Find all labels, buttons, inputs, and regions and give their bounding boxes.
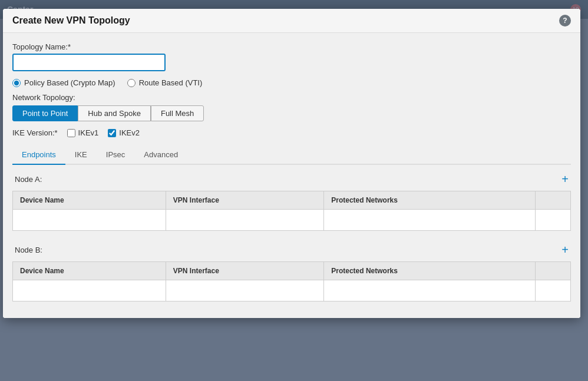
node-b-empty-vpn <box>166 280 323 302</box>
node-a-label: Node A: <box>15 175 42 184</box>
tab-endpoints[interactable]: Endpoints <box>12 145 65 165</box>
node-a-empty-row <box>13 210 571 231</box>
node-a-section: Node A: + Device Name VPN Interface Prot… <box>12 167 571 231</box>
full-mesh-button[interactable]: Full Mesh <box>151 105 204 121</box>
modal-title: Create New VPN Topology <box>12 15 130 26</box>
node-b-label: Node B: <box>15 246 42 254</box>
node-b-empty-actions <box>536 280 571 302</box>
policy-based-label: Policy Based (Crypto Map) <box>24 78 115 87</box>
route-based-label: Route Based (VTI) <box>139 78 203 87</box>
create-vpn-modal: Create New VPN Topology ? Topology Name:… <box>3 9 580 318</box>
node-a-col-protected-networks: Protected Networks <box>324 191 536 210</box>
node-a-col-vpn-interface: VPN Interface <box>166 191 323 210</box>
network-topology-row: Network Topology: Point to Point Hub and… <box>12 93 571 121</box>
hub-and-spoke-button[interactable]: Hub and Spoke <box>78 105 151 121</box>
network-topology-button-group: Point to Point Hub and Spoke Full Mesh <box>12 105 571 121</box>
topology-name-row: Topology Name:* <box>12 42 571 71</box>
point-to-point-button[interactable]: Point to Point <box>12 105 78 121</box>
tabs-bar: Endpoints IKE IPsec Advanced <box>12 145 571 165</box>
node-a-empty-vpn <box>166 210 323 231</box>
ikev2-label: IKEv2 <box>119 128 140 137</box>
node-a-empty-networks <box>324 210 536 231</box>
route-based-radio[interactable] <box>127 79 136 87</box>
tab-ike[interactable]: IKE <box>65 145 97 165</box>
node-a-empty-device <box>13 210 166 231</box>
page-background: Center 19 Create New VPN Topology ? Topo… <box>0 0 588 381</box>
ikev2-checkbox-label[interactable]: IKEv2 <box>108 128 140 137</box>
node-b-col-protected-networks: Protected Networks <box>324 262 536 280</box>
node-a-header: Node A: + <box>12 167 571 191</box>
node-b-col-device-name: Device Name <box>13 262 166 280</box>
modal-header: Create New VPN Topology ? <box>3 9 580 33</box>
tab-ipsec[interactable]: IPsec <box>97 145 135 165</box>
node-b-table-header-row: Device Name VPN Interface Protected Netw… <box>13 262 571 280</box>
ike-version-row: IKE Version:* IKEv1 IKEv2 <box>12 128 571 137</box>
ikev1-label: IKEv1 <box>78 128 99 137</box>
node-a-add-button[interactable]: + <box>561 173 569 185</box>
ikev1-checkbox-label[interactable]: IKEv1 <box>67 128 99 137</box>
node-b-add-button[interactable]: + <box>561 244 569 256</box>
route-based-radio-label[interactable]: Route Based (VTI) <box>127 78 203 87</box>
policy-based-radio[interactable] <box>12 79 21 87</box>
node-a-col-device-name: Device Name <box>13 191 166 210</box>
modal-overlay: Create New VPN Topology ? Topology Name:… <box>0 0 588 381</box>
node-b-empty-row <box>13 280 571 302</box>
tab-advanced[interactable]: Advanced <box>134 145 187 165</box>
ikev2-checkbox[interactable] <box>108 129 116 137</box>
node-b-col-actions <box>536 262 571 280</box>
topology-type-radio-group: Policy Based (Crypto Map) Route Based (V… <box>12 78 571 87</box>
node-a-col-actions <box>536 191 571 210</box>
ikev1-checkbox[interactable] <box>67 129 75 137</box>
endpoints-tab-content: Node A: + Device Name VPN Interface Prot… <box>12 167 571 302</box>
node-b-col-vpn-interface: VPN Interface <box>166 262 323 280</box>
network-topology-label: Network Topology: <box>12 93 571 102</box>
node-a-empty-actions <box>536 210 571 231</box>
topology-name-input[interactable] <box>12 54 166 71</box>
topology-name-label: Topology Name:* <box>12 42 571 51</box>
node-b-empty-networks <box>324 280 536 302</box>
help-icon[interactable]: ? <box>559 15 571 26</box>
node-b-empty-device <box>13 280 166 302</box>
node-a-table: Device Name VPN Interface Protected Netw… <box>12 191 571 231</box>
policy-based-radio-label[interactable]: Policy Based (Crypto Map) <box>12 78 115 87</box>
node-b-section: Node B: + Device Name VPN Interface Prot… <box>12 238 571 302</box>
node-b-table: Device Name VPN Interface Protected Netw… <box>12 261 571 302</box>
node-b-header: Node B: + <box>12 238 571 261</box>
modal-body: Topology Name:* Policy Based (Crypto Map… <box>3 33 580 318</box>
node-a-table-header-row: Device Name VPN Interface Protected Netw… <box>13 191 571 210</box>
ike-version-label: IKE Version:* <box>12 128 58 137</box>
